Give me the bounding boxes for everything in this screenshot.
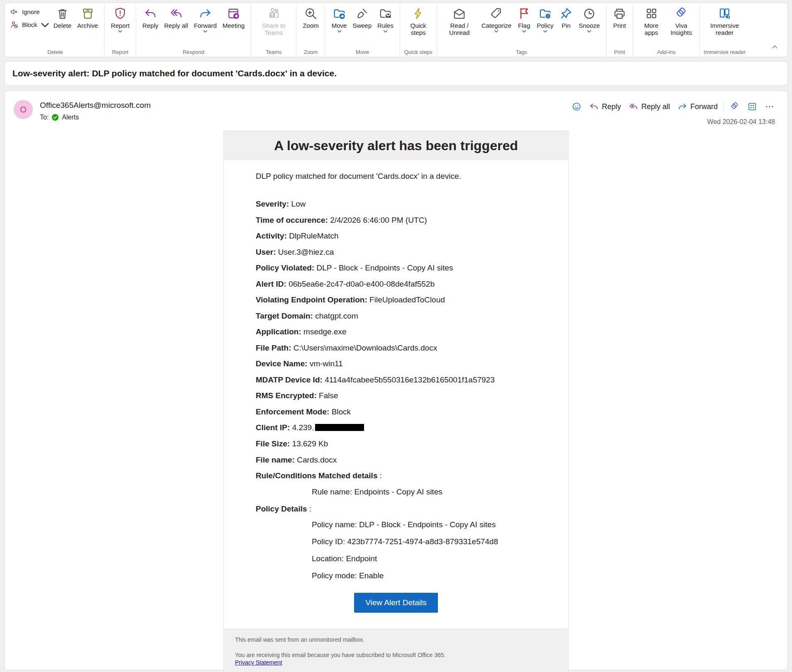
message-apps-button[interactable] (743, 100, 761, 113)
ignore-button[interactable]: Ignore (10, 7, 40, 16)
more-apps-button[interactable]: More apps (637, 5, 666, 37)
print-button[interactable]: Print (610, 5, 629, 30)
message-forward-button[interactable]: Forward (674, 100, 721, 113)
email-subject-text: Low-severity alert: DLP policy matched f… (12, 68, 337, 78)
envelope-icon (452, 7, 466, 20)
field-label: Time of occurence: (256, 216, 328, 224)
field-severity: Severity: Low (256, 200, 536, 209)
flag-icon (517, 7, 531, 20)
block-button[interactable]: Block (10, 20, 49, 29)
ribbon-toolbar: Ignore Block Delete Archive D (4, 2, 788, 57)
ribbon-group-delete: Ignore Block Delete Archive D (6, 5, 105, 57)
zoom-button[interactable]: Zoom (300, 5, 321, 30)
field-label: File name: (256, 455, 295, 464)
forward-button[interactable]: Forward (191, 5, 219, 34)
field-value: Low (291, 200, 306, 208)
message-forward-label: Forward (690, 102, 718, 111)
ribbon-group-quick-steps: Quick steps Quick steps (400, 5, 437, 57)
delete-button[interactable]: Delete (51, 5, 74, 30)
share-to-teams-button[interactable]: Share to Teams (255, 5, 292, 37)
viva-insights-button[interactable]: Viva Insights (667, 5, 696, 37)
group-label-delete: Delete (47, 48, 63, 57)
field-label: MDATP Device Id: (256, 375, 323, 384)
share-to-teams-label: Share to Teams (257, 22, 290, 36)
snooze-label: Snooze (579, 22, 600, 29)
message-reply-button[interactable]: Reply (585, 100, 625, 113)
pin-button[interactable]: Pin (557, 5, 575, 30)
reply-arrow-icon (144, 7, 157, 20)
categorize-button[interactable]: Categorize (479, 5, 514, 34)
quick-steps-button[interactable]: Quick steps (404, 5, 433, 37)
privacy-statement-link[interactable]: Privacy Statement (235, 659, 282, 666)
reply-all-button[interactable]: Reply all (161, 5, 191, 30)
move-button[interactable]: Move (329, 5, 350, 34)
field-label: File Path: (256, 343, 291, 352)
email-content: A low-severity alert has been triggered … (223, 131, 569, 672)
field-value: User.3@hiez.ca (278, 248, 334, 256)
flag-button[interactable]: Flag (515, 5, 533, 34)
read-unread-button[interactable]: Read / Unread (441, 5, 478, 37)
archive-box-icon (81, 7, 95, 20)
categorize-label: Categorize (482, 22, 512, 29)
chevron-down-icon (118, 30, 122, 33)
viva-insights-header-button[interactable] (726, 100, 743, 113)
group-label-report: Report (112, 48, 128, 57)
field-enforcement-mode: Enforcement Mode: Block (256, 407, 536, 416)
divider (724, 101, 724, 112)
policy-mode-item: Policy mode: Enable (312, 571, 536, 580)
view-alert-details-button[interactable]: View Alert Details (354, 593, 438, 613)
immersive-reader-button[interactable]: Immersive reader (706, 5, 743, 37)
archive-label: Archive (77, 22, 98, 29)
group-label-immersive-reader: Immersive reader (704, 48, 746, 57)
chevron-up-icon (772, 45, 777, 49)
field-label: Application: (256, 327, 301, 336)
redaction-bar (315, 424, 364, 431)
field-value: 06b5ea6e-2c47-d0a0-e400-08de4faf552b (288, 280, 435, 288)
collapse-ribbon-button[interactable] (770, 41, 779, 52)
policy-button[interactable]: Policy (534, 5, 556, 34)
field-value: C:\Users\maxime\Downloads\Cards.docx (293, 343, 437, 352)
snooze-button[interactable]: Snooze (576, 5, 602, 34)
meeting-calendar-icon (227, 7, 240, 20)
message-reply-all-button[interactable]: Reply all (625, 100, 674, 113)
read-unread-label: Read / Unread (443, 22, 476, 36)
clock-icon (582, 7, 596, 20)
flag-label: Flag (518, 22, 530, 29)
field-label: Severity: (256, 200, 289, 208)
group-label-tags: Tags (516, 48, 527, 57)
ribbon-group-report: Report Report (105, 5, 136, 57)
lightning-icon (411, 7, 425, 20)
group-label-respond: Respond (183, 48, 204, 57)
field-value: chatgpt.com (315, 312, 358, 320)
sender-email[interactable]: Office365Alerts@microsoft.com (40, 100, 151, 110)
rules-button[interactable]: Rules (375, 5, 396, 34)
archive-button[interactable]: Archive (75, 5, 100, 30)
group-label-zoom: Zoom (304, 48, 318, 57)
ribbon-group-zoom: Zoom Zoom (296, 5, 325, 57)
group-label-add-ins: Add-ins (657, 48, 675, 57)
field-file-name: File name: Cards.docx (256, 455, 536, 465)
field-mdatp-device-id: MDATP Device Id: 4114a4fcabee5b550316e13… (256, 375, 536, 385)
report-button[interactable]: Report (108, 5, 132, 34)
field-label: File Size: (256, 439, 290, 448)
more-actions-button[interactable] (761, 100, 778, 113)
field-client-ip: Client IP: 4.239. (256, 423, 536, 432)
email-subject-bar: Low-severity alert: DLP policy matched f… (4, 61, 788, 86)
pin-label: Pin (562, 22, 571, 29)
meeting-button[interactable]: Meeting (220, 5, 247, 30)
forward-arrow-icon (677, 102, 687, 112)
chevron-down-icon (337, 30, 342, 33)
add-reaction-button[interactable] (568, 100, 585, 113)
field-label: RMS Encrypted: (256, 391, 317, 400)
policy-label: Policy (537, 22, 553, 29)
ribbon-group-move: Move Sweep Rules Move (325, 5, 400, 57)
reply-button[interactable]: Reply (140, 5, 161, 30)
teams-icon (267, 7, 281, 20)
sweep-button[interactable]: Sweep (350, 5, 374, 30)
sender-avatar[interactable]: O (14, 100, 33, 119)
reply-all-arrow-icon (628, 102, 638, 112)
to-recipient[interactable]: Alerts (62, 114, 79, 121)
sweep-label: Sweep (352, 22, 372, 29)
field-label: User: (256, 248, 276, 256)
field-value: vm-win11 (310, 359, 343, 368)
